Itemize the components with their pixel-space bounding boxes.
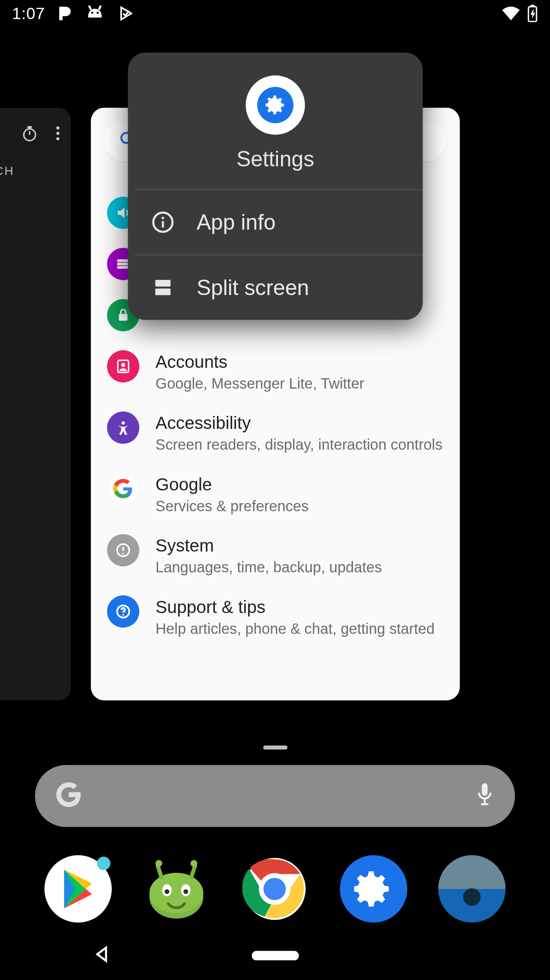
settings-row-system[interactable]: System Languages, time, backup, updates [91, 525, 460, 586]
svg-rect-5 [531, 5, 534, 7]
svg-rect-13 [117, 263, 129, 265]
svg-rect-25 [155, 280, 171, 286]
menu-label: App info [197, 210, 276, 235]
svg-point-22 [123, 614, 124, 616]
wifi-icon [501, 6, 521, 21]
settings-app-icon [246, 75, 305, 135]
system-icon [107, 534, 139, 567]
row-title: System [155, 535, 382, 556]
svg-point-39 [184, 889, 188, 894]
menu-split-screen[interactable]: Split screen [128, 255, 423, 320]
recents-handle[interactable] [263, 746, 287, 750]
svg-point-24 [162, 217, 164, 219]
pandora-icon [57, 5, 72, 21]
row-title: Support & tips [155, 597, 434, 617]
settings-row-accounts[interactable]: Accounts Google, Messenger Lite, Twitter [91, 341, 460, 402]
svg-point-34 [156, 860, 163, 867]
navigation-bar [0, 935, 550, 976]
gear-icon [257, 87, 294, 123]
info-icon [148, 208, 178, 237]
svg-point-42 [264, 878, 286, 900]
split-screen-icon [148, 273, 178, 302]
svg-point-8 [56, 127, 59, 130]
svg-point-35 [191, 860, 197, 867]
support-icon [107, 595, 139, 628]
row-title: Google [155, 474, 309, 495]
settings-row-accessibility[interactable]: Accessibility Screen readers, display, i… [91, 402, 460, 463]
svg-rect-26 [155, 289, 171, 295]
status-bar: 1:07 [0, 0, 550, 27]
svg-point-20 [122, 553, 124, 555]
mic-icon[interactable] [473, 781, 496, 811]
dock-app-settings[interactable] [340, 855, 407, 922]
google-g-icon [107, 473, 139, 505]
menu-label: Split screen [197, 275, 309, 300]
recent-apps: ATCH [0, 27, 550, 976]
nav-back-button[interactable] [93, 945, 110, 966]
accounts-icon [107, 350, 139, 383]
row-sub: Screen readers, display, interaction con… [155, 436, 443, 454]
play-checkmark-icon [118, 5, 134, 21]
svg-rect-29 [481, 803, 489, 805]
svg-point-10 [56, 137, 59, 140]
menu-app-info[interactable]: App info [128, 190, 423, 254]
svg-point-2 [91, 12, 93, 14]
android-head-icon [85, 5, 104, 21]
dock-app-messaging[interactable] [143, 855, 210, 922]
popup-title: Settings [236, 147, 314, 172]
status-time: 1:07 [12, 4, 45, 23]
svg-rect-14 [117, 266, 129, 269]
dock-app-clock[interactable] [438, 855, 505, 922]
row-sub: Help articles, phone & chat, getting sta… [155, 620, 434, 638]
google-search-input[interactable] [84, 785, 473, 806]
row-sub: Google, Messenger Lite, Twitter [155, 375, 364, 393]
svg-rect-15 [119, 314, 127, 321]
overflow-menu-icon[interactable] [56, 125, 60, 144]
dock-app-chrome[interactable] [241, 855, 308, 922]
favorites-dock [0, 842, 550, 936]
svg-rect-7 [27, 126, 32, 128]
svg-point-17 [121, 363, 125, 367]
peek-tab-label: ATCH [0, 164, 71, 178]
battery-charging-icon [527, 5, 538, 22]
stopwatch-icon [21, 125, 38, 145]
svg-rect-12 [117, 259, 129, 262]
google-logo-icon [54, 780, 83, 812]
svg-rect-28 [484, 798, 485, 803]
svg-point-9 [56, 132, 59, 135]
dock-app-play-store[interactable] [45, 855, 112, 922]
svg-point-3 [96, 12, 98, 14]
recent-card-peek[interactable]: ATCH [0, 108, 71, 701]
row-sub: Services & preferences [155, 498, 309, 515]
popup-header[interactable]: Settings [128, 52, 423, 189]
svg-rect-27 [482, 783, 488, 796]
svg-point-38 [165, 889, 170, 894]
svg-rect-0 [88, 5, 92, 10]
row-title: Accounts [155, 351, 364, 372]
settings-row-support[interactable]: Support & tips Help articles, phone & ch… [91, 586, 460, 647]
settings-row-google[interactable]: Google Services & preferences [91, 463, 460, 524]
row-sub: Languages, time, backup, updates [155, 559, 382, 576]
google-search-bar[interactable] [35, 765, 515, 827]
notification-badge [97, 857, 110, 870]
accessibility-icon [107, 412, 139, 444]
row-title: Accessibility [155, 413, 443, 434]
nav-home-pill[interactable] [252, 951, 299, 961]
svg-rect-1 [98, 5, 102, 10]
recent-card-menu: Settings App info Split screen [128, 52, 423, 320]
phone-frame: 1:07 [0, 0, 550, 976]
svg-point-18 [122, 421, 125, 424]
